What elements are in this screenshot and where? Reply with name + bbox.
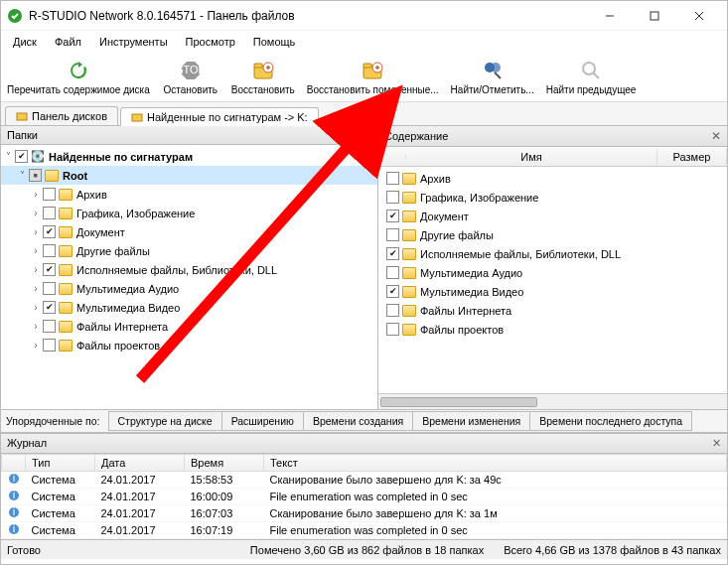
log-col[interactable]: Время [185,455,264,472]
close-log-icon[interactable]: ✕ [712,437,721,450]
checkbox[interactable] [43,339,56,352]
tree-row[interactable]: ˅Root [1,166,377,185]
expand-icon[interactable]: › [29,189,43,200]
toolbar-recover-marked[interactable]: Восстановить помеченные... [301,55,445,100]
expand-icon[interactable]: ˅ [15,170,29,181]
folder-icon [59,283,73,295]
log-time: 16:00:09 [185,489,264,505]
toolbar-refresh[interactable]: Перечитать содержимое диска [1,55,156,100]
tree-row[interactable]: ›Мультимедиа Видео [1,298,377,317]
drive-icon: 💽 [31,150,45,163]
menu-файл[interactable]: Файл [47,34,89,50]
tree-row[interactable]: ›Документ [1,222,377,241]
horizontal-scrollbar[interactable] [378,393,727,409]
tree-row[interactable]: ˅💽Найденные по сигнатурам [1,147,377,166]
close-button[interactable] [676,2,721,30]
log-col[interactable]: Текст [264,455,727,472]
list-item[interactable]: Другие файлы [378,225,727,244]
checkbox[interactable] [43,188,56,201]
checkbox[interactable] [386,266,399,279]
tab[interactable]: Панель дисков [5,106,118,125]
tree-row[interactable]: ›Исполняемые файлы, Библиотеки, DLL [1,260,377,279]
toolbar-recover[interactable]: Восстановить [225,55,301,100]
expand-icon[interactable]: › [29,264,43,275]
list-item[interactable]: Архив [378,169,727,188]
checkbox[interactable] [43,225,56,238]
col-check[interactable] [378,155,406,159]
toolbar-stop[interactable]: STOPОстановить [156,55,225,100]
tree-row[interactable]: ›Другие файлы [1,241,377,260]
expand-icon[interactable]: › [29,321,43,332]
log-col[interactable]: Тип [26,455,95,472]
list-item[interactable]: Файлы Интернета [378,301,727,320]
folders-header: Папки [1,126,377,145]
info-icon: i [2,505,26,522]
maximize-button[interactable] [632,2,676,30]
list-item[interactable]: Графика, Изображение [378,188,727,207]
svg-text:i: i [12,490,14,500]
checkbox[interactable] [43,282,56,295]
menu-инструменты[interactable]: Инструменты [91,34,176,50]
log-row[interactable]: iСистема24.01.201716:00:09File enumerati… [2,489,727,505]
checkbox[interactable] [386,228,399,241]
list-item[interactable]: Документ [378,207,727,225]
log-row[interactable]: iСистема24.01.201716:07:03Сканирование б… [2,505,727,522]
checkbox[interactable] [386,247,399,260]
toolbar-label: Найти предыдущее [546,84,637,95]
checkbox[interactable] [29,169,42,182]
list-item[interactable]: Мультимедиа Видео [378,282,727,301]
checkbox[interactable] [43,301,56,314]
close-pane-icon[interactable]: ✕ [711,129,721,143]
list-item[interactable]: Мультимедиа Аудио [378,263,727,282]
toolbar-find[interactable]: Найти/Отметить... [445,55,540,100]
expand-icon[interactable]: › [29,208,43,218]
expand-icon[interactable]: ˅ [1,151,15,162]
contents-pane: Содержание ✕ Имя Размер АрхивГрафика, Из… [378,126,727,409]
folder-tree[interactable]: ˅💽Найденные по сигнатурам˅Root›Архив›Гра… [1,145,377,409]
tab[interactable]: Найденные по сигнатурам -> K: [120,107,319,126]
checkbox[interactable] [386,191,399,204]
checkbox[interactable] [386,172,399,185]
menu-помощь[interactable]: Помощь [245,34,304,50]
sort-button[interactable]: Времени изменения [412,411,530,431]
tree-row[interactable]: ›Архив [1,185,377,204]
menu-просмотр[interactable]: Просмотр [178,34,243,50]
folder-icon [402,267,416,279]
checkbox[interactable] [386,304,399,317]
sort-button[interactable]: Времени последнего доступа [529,411,692,431]
toolbar-label: Остановить [163,84,218,95]
checkbox[interactable] [43,207,56,219]
expand-icon[interactable]: › [29,302,43,313]
tree-row[interactable]: ›Файлы Интернета [1,317,377,336]
checkbox[interactable] [386,210,399,222]
minimize-button[interactable] [587,2,632,30]
menu-диск[interactable]: Диск [5,34,45,50]
col-size[interactable]: Размер [657,149,727,165]
checkbox[interactable] [43,320,56,333]
checkbox[interactable] [43,263,56,276]
sort-button[interactable]: Расширению [221,411,304,431]
expand-icon[interactable]: › [29,283,43,294]
col-name[interactable]: Имя [406,149,657,165]
list-item[interactable]: Файлы проектов [378,320,727,339]
log-row[interactable]: iСистема24.01.201716:07:19File enumerati… [2,522,727,539]
svg-rect-11 [364,64,371,68]
log-col[interactable]: Дата [95,455,185,472]
checkbox[interactable] [43,244,56,257]
list-item[interactable]: Исполняемые файлы, Библиотеки, DLL [378,244,727,263]
find-icon [481,59,505,82]
tree-row[interactable]: ›Файлы проектов [1,336,377,354]
checkbox[interactable] [386,323,399,336]
contents-list[interactable]: АрхивГрафика, ИзображениеДокументДругие … [378,167,727,409]
sort-button[interactable]: Времени создания [303,411,413,431]
sort-button[interactable]: Структуре на диске [108,411,222,431]
tree-row[interactable]: ›Мультимедиа Аудио [1,279,377,298]
toolbar-find-prev[interactable]: Найти предыдущее [540,55,643,100]
expand-icon[interactable]: › [29,245,43,256]
checkbox[interactable] [386,285,399,298]
expand-icon[interactable]: › [29,340,43,351]
log-row[interactable]: iСистема24.01.201715:58:53Сканирование б… [2,472,727,489]
checkbox[interactable] [15,150,28,163]
expand-icon[interactable]: › [29,226,43,237]
tree-row[interactable]: ›Графика, Изображение [1,204,377,222]
